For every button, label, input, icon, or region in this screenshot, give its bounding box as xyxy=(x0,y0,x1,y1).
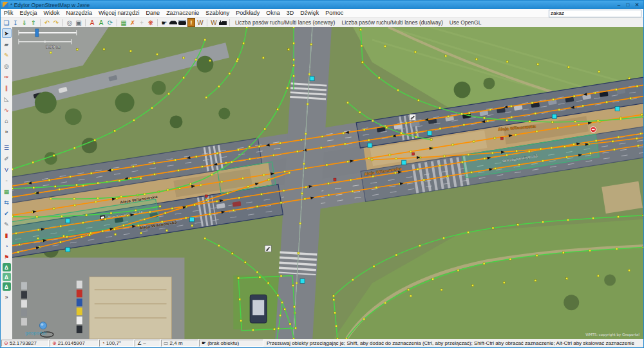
menu-narzedzia[interactable]: Narzędzia xyxy=(63,9,96,17)
maximize-button[interactable]: □ xyxy=(623,1,632,9)
layers-tool[interactable]: ☰ xyxy=(2,143,12,152)
select-tool[interactable]: ➤ xyxy=(2,28,12,38)
search-edit-tool[interactable]: ✎ xyxy=(2,219,12,229)
toolbar-separator xyxy=(85,19,86,26)
toolbar-separator xyxy=(157,19,158,26)
terracer-3-tool[interactable]: ∆ xyxy=(3,282,11,291)
menu-podklady[interactable]: Podkłady xyxy=(232,9,263,17)
map-paint-tools-button[interactable]: ✗ xyxy=(128,19,137,27)
add-node-button[interactable]: + xyxy=(137,19,146,27)
edit-toolbar: ➤ ▰ ✎ ◎ ✑ ∥ ◺ ∿ ⌂ » ☰ ✐ V ▫ ▦ ⇆ ✔ ✎ ▮ ◔ … xyxy=(1,27,13,339)
menu-3d[interactable]: 3D xyxy=(283,9,298,17)
wikipedia-b-button[interactable]: W xyxy=(209,19,218,27)
menu-plik[interactable]: Plik xyxy=(1,9,17,17)
imagery-grid-tool[interactable]: ▦ xyxy=(2,187,12,196)
save-button[interactable]: ↧ xyxy=(11,19,20,27)
extrude-building-tool[interactable]: ⌂ xyxy=(2,116,12,125)
validate-tool[interactable]: ✔ xyxy=(2,208,12,218)
object-info: ☛ (brak obiektu) xyxy=(199,340,263,347)
distance-readout: ▭ 2,4 m xyxy=(161,340,198,347)
menu-pomoc[interactable]: Pomoc xyxy=(322,9,346,17)
factory-icon xyxy=(219,20,227,25)
stairs-icon xyxy=(410,114,416,120)
draw-node-tool[interactable]: ✎ xyxy=(2,50,12,60)
factory-preset-button[interactable] xyxy=(218,19,227,27)
menu-widok[interactable]: Widok xyxy=(41,9,63,17)
search-input[interactable] xyxy=(549,10,641,17)
bus-preset-button[interactable] xyxy=(178,19,187,27)
use-opengl-button[interactable]: Use OpenGL xyxy=(446,19,485,26)
notes-tool[interactable]: ✐ xyxy=(2,154,12,163)
refresh-button[interactable]: ⟳ xyxy=(106,19,115,27)
help-text: Przesuwaj obiekty przeciągając je; Shift… xyxy=(264,340,643,347)
angle-icon: ∠ xyxy=(137,340,142,346)
multi-lanes-dualway-button[interactable]: Liczba pasów ruchu/Multi lanes (dualway) xyxy=(338,19,446,26)
menu-zaznaczenie[interactable]: Zaznaczenie xyxy=(163,9,202,17)
compass-tool[interactable]: ◔ xyxy=(2,241,12,251)
object-icon: ☛ xyxy=(202,340,206,346)
angle-ruler-tool[interactable]: ◺ xyxy=(2,94,12,104)
scale-label: 9.99 m xyxy=(46,44,61,50)
toolbar-separator xyxy=(117,19,117,26)
map-canvas[interactable]: Wołodyjowskiego 61 Wołodyjowskiego 14 xyxy=(12,27,643,339)
undo-button[interactable]: ↶ xyxy=(43,19,52,27)
open-button[interactable]: ❏ xyxy=(2,19,11,27)
redo-button[interactable]: ↷ xyxy=(52,19,61,27)
minimize-button[interactable]: – xyxy=(614,1,623,9)
imagery-offset-tool[interactable]: ▮ xyxy=(2,230,12,240)
toolbar-separator xyxy=(207,19,207,26)
menu-okna[interactable]: Okna xyxy=(263,9,283,17)
car-preset-button[interactable] xyxy=(169,19,178,27)
longitude-readout: ⊕ 21.0145907 xyxy=(50,340,99,347)
heading-readout: ◔ 100,7° xyxy=(99,340,134,347)
improve-way-tool[interactable]: ∿ xyxy=(2,105,12,114)
multi-lanes-oneway-button[interactable]: Liczba pasów ruchu/Multi lanes (oneway) xyxy=(232,19,338,26)
history-next-button[interactable]: A xyxy=(97,19,106,27)
menu-dzwiek[interactable]: Dźwięk xyxy=(297,9,322,17)
zoom-to-data-button[interactable]: ◎ xyxy=(65,19,74,27)
delete-tool[interactable]: ▰ xyxy=(2,39,12,49)
more-tools-top[interactable]: » xyxy=(2,127,12,136)
bus-icon xyxy=(178,20,186,25)
window-title: * Edytor OpenStreetMap w Javie xyxy=(10,2,614,8)
signal-icon: ! xyxy=(187,18,195,27)
car-icon xyxy=(169,21,177,25)
josm-logo-button[interactable]: ❋ xyxy=(146,19,155,27)
josm-app-icon xyxy=(3,2,8,8)
zoom-tool[interactable]: ◎ xyxy=(2,61,12,71)
menu-wiecej-narzedzi[interactable]: Więcej narzędzi xyxy=(95,9,143,17)
menu-szablony[interactable]: Szablony xyxy=(202,9,232,17)
no-entry-sign-icon xyxy=(591,127,596,133)
ruler-icon: ▭ xyxy=(164,340,169,346)
follow-line-tool[interactable]: V xyxy=(2,165,12,174)
close-button[interactable]: ✕ xyxy=(632,1,641,9)
main-toolbar: ❏ ↧ ⇓ ⇑ ↶ ↷ ◎ ▣ A A ⟳ ▦ ✗ + ❋ ☛ ! W W Li… xyxy=(1,18,643,28)
toolbar-separator xyxy=(229,19,230,26)
mirror-tool[interactable]: ⇆ xyxy=(2,197,12,207)
utils-tool[interactable]: ▫ xyxy=(2,176,12,185)
download-button[interactable]: ⇓ xyxy=(20,19,29,27)
history-previous-button[interactable]: A xyxy=(88,19,97,27)
menu-bar: Plik Edycja Widok Narzędzia Więcej narzę… xyxy=(1,9,643,18)
purge-tool[interactable]: ✑ xyxy=(2,72,12,82)
title-bar: * Edytor OpenStreetMap w Javie – □ ✕ xyxy=(1,1,643,9)
imagery-button[interactable]: ▦ xyxy=(119,19,128,27)
upload-button[interactable]: ⇑ xyxy=(29,19,38,27)
menu-dane[interactable]: Dane xyxy=(143,9,164,17)
zoom-to-selection-button[interactable]: ▣ xyxy=(74,19,83,27)
signal-box-button[interactable]: ! xyxy=(187,19,196,27)
menu-edycja[interactable]: Edycja xyxy=(17,9,41,17)
imagery-attribution: WMTS: copyright by Geoportal xyxy=(585,333,639,337)
latitude-readout: ⊖ 52.1793827 xyxy=(1,340,49,347)
photo-marker-tool[interactable]: ⚑ xyxy=(2,252,12,262)
more-tools-bottom[interactable]: » xyxy=(2,292,12,302)
terracer-2-tool[interactable]: ∆ xyxy=(3,273,11,281)
stairs-icon xyxy=(265,246,271,252)
pan-button[interactable]: ☛ xyxy=(160,19,169,27)
status-bar: ⊖ 52.1793827 ⊕ 21.0145907 ◔ 100,7° ∠ – ▭… xyxy=(1,339,643,347)
parallel-way-tool[interactable]: ∥ xyxy=(2,83,12,93)
heading-icon: ◔ xyxy=(102,340,105,346)
toolbar-separator xyxy=(40,19,41,26)
wikipedia-a-button[interactable]: W xyxy=(196,19,205,27)
terracer-1-tool[interactable]: ∆ xyxy=(3,263,11,271)
